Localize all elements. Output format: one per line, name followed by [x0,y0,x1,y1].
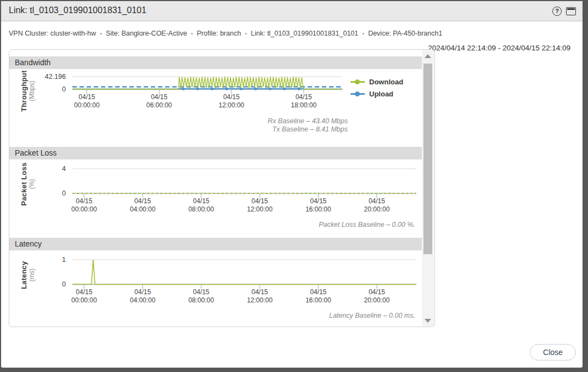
legend-item-upload[interactable]: Upload [350,88,403,100]
x-tick-label: 04/1520:00:00 [352,197,402,214]
baseline-note: Rx Baseline – 43.40 Mbps [268,117,348,125]
link-details-dialog: Link: tl_0103_019901001831_0101 ? VPN Cl… [1,1,583,368]
window-panel-icon[interactable] [566,7,576,15]
time-range-label: 2024/04/14 22:14:09 - 2024/04/15 22:14:0… [428,44,570,52]
baseline-note: Tx Baseline – 8.41 Mbps [268,125,348,134]
breadcrumb-separator: • [362,30,364,37]
breadcrumb-item: Site: Banglore-COE-Active [106,30,187,37]
x-tick-label: 04/1500:00:00 [59,197,109,214]
dialog-titlebar: Link: tl_0103_019901001831_0101 ? [1,1,583,21]
scrollbar-down-arrow[interactable] [422,316,434,325]
bandwidth-legend: Download Upload [350,76,403,100]
x-tick-label: 04/1504:00:00 [118,288,167,305]
latency-plot-area[interactable] [72,250,416,289]
latency-baseline-notes: Latency Baseline – 0.00 ms. [329,312,415,320]
breadcrumb-item: Link: tl_0103_019901001831_0101 [251,30,358,37]
breadcrumb: VPN Cluster: cluster-with-hw•Site: Bangl… [9,30,442,37]
bandwidth-baseline-notes: Rx Baseline – 43.40 MbpsTx Baseline – 8.… [268,117,348,134]
baseline-note: Latency Baseline – 0.00 ms. [329,312,415,320]
x-tick-label: 04/1508:00:00 [177,197,226,214]
close-button[interactable]: Close [530,344,576,360]
x-tick-label: 04/1516:00:00 [293,288,343,305]
charts-scroll-content: Bandwidth Throughput(Mbps) 42.196 0 04/1… [9,50,422,327]
section-header-packet-loss: Packet Loss [9,147,422,159]
dialog-title: Link: tl_0103_019901001831_0101 [9,5,146,15]
bandwidth-chart: Throughput(Mbps) 42.196 0 04/1500:00:000… [9,69,422,147]
packet-loss-baseline-notes: Packet Loss Baseline – 0.00 %. [319,221,415,229]
x-tick-label: 04/1516:00:00 [293,197,343,214]
baseline-note: Packet Loss Baseline – 0.00 %. [319,221,415,229]
x-tick-label: 04/1504:00:00 [118,197,167,214]
bandwidth-ytick-max: 42.196 [9,73,66,81]
charts-panel: Bandwidth Throughput(Mbps) 42.196 0 04/1… [9,49,435,327]
latency-ytick-zero: 0 [9,281,66,288]
packet-loss-chart: Packet Loss(%) 4 0 04/1500:00:0004/1504:… [9,159,422,238]
packet-loss-ytick-max: 4 [9,165,66,173]
scrollbar-up-arrow[interactable] [422,51,434,60]
x-tick-label: 04/1500:00:00 [62,93,111,110]
x-tick-label: 04/1512:00:00 [207,93,256,110]
x-tick-label: 04/1500:00:00 [59,288,109,305]
download-legend-label: Download [369,78,403,86]
download-legend-marker [350,81,365,83]
breadcrumb-separator: • [245,30,247,37]
section-header-bandwidth: Bandwidth [9,56,422,69]
scrollbar [422,50,434,326]
breadcrumb-item: VPN Cluster: cluster-with-hw [9,30,96,37]
titlebar-icons: ? [552,7,576,16]
latency-ytick-max: 1 [9,256,66,264]
x-tick-label: 04/1512:00:00 [235,197,285,214]
legend-item-download[interactable]: Download [350,76,403,88]
x-tick-label: 04/1512:00:00 [235,288,285,305]
breadcrumb-separator: • [100,30,102,37]
bandwidth-ytick-zero: 0 [9,85,66,93]
bandwidth-plot-area[interactable] [72,69,342,96]
latency-chart: Latency(ms) 1 0 04/1500:00:0004/1504:00:… [9,250,422,327]
breadcrumb-item: Profile: branch [197,30,241,37]
x-tick-label: 04/1506:00:00 [134,93,184,110]
packet-loss-ytick-zero: 0 [9,190,66,197]
x-tick-label: 04/1508:00:00 [177,288,226,305]
scrollbar-thumb[interactable] [423,64,432,254]
x-tick-label: 04/1520:00:00 [352,288,402,305]
upload-legend-label: Upload [369,90,393,98]
breadcrumb-separator: • [191,30,193,37]
help-icon[interactable]: ? [552,7,562,16]
x-tick-label: 04/1518:00:00 [279,93,329,110]
section-header-latency: Latency [9,238,422,250]
breadcrumb-item: Device: PA-450-branch1 [368,30,442,37]
upload-legend-marker [350,93,365,95]
packet-loss-plot-area[interactable] [72,159,416,198]
